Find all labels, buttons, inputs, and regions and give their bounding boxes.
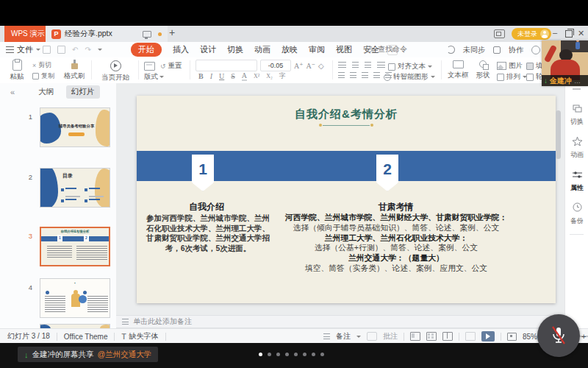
slide-thumbnail-2[interactable]: 目录 bbox=[40, 168, 110, 208]
arrange-button[interactable]: 排列 bbox=[497, 72, 527, 82]
format-painter-button[interactable]: 格式刷 bbox=[62, 60, 87, 81]
restore-button[interactable] bbox=[565, 30, 573, 38]
wps-app-button[interactable]: WPS 演示 bbox=[4, 26, 51, 42]
quick-access-toolbar: ↶ ↷ bbox=[43, 42, 102, 57]
sidebar-item-transition[interactable]: 切换 bbox=[565, 102, 588, 127]
document-tab[interactable]: P 经验分享.pptx bbox=[46, 26, 168, 42]
font-name-select[interactable] bbox=[196, 60, 257, 71]
slide-canvas[interactable]: 自我介绍&考情分析 1 2 自我介绍 参加河西学院、兰州城市学院、兰州石化职业技… bbox=[137, 96, 556, 303]
copy-icon bbox=[32, 73, 39, 79]
present-mode-icon[interactable] bbox=[494, 29, 505, 38]
justify-icon[interactable] bbox=[373, 72, 380, 78]
output-icon[interactable] bbox=[57, 46, 65, 54]
ellipsis: … bbox=[574, 77, 581, 85]
sidebar-item-animation[interactable]: 动画 bbox=[565, 135, 588, 160]
redo-icon[interactable]: ↷ bbox=[85, 46, 90, 54]
text-box-button[interactable]: 文本框 bbox=[447, 60, 469, 80]
tab-slideshow[interactable]: 放映 bbox=[282, 44, 298, 55]
save-icon[interactable] bbox=[43, 46, 51, 54]
pin-handle[interactable] bbox=[573, 88, 581, 90]
font-size-select[interactable]: -0.05 bbox=[260, 60, 291, 71]
command-search[interactable] bbox=[366, 44, 431, 54]
paste-button[interactable]: 粘贴 bbox=[7, 60, 26, 82]
strikethrough-button[interactable]: S bbox=[231, 72, 235, 80]
underline-button[interactable]: U bbox=[219, 72, 224, 80]
collapse-panel-button[interactable]: « bbox=[10, 88, 15, 96]
bullet-list-icon[interactable] bbox=[338, 62, 346, 68]
tab-animations[interactable]: 动画 bbox=[254, 44, 270, 55]
superscript-button[interactable]: X² bbox=[254, 73, 259, 79]
play-from-current-button[interactable]: 当页开始 bbox=[96, 60, 135, 82]
reset-row: ↺ 重置 bbox=[144, 61, 182, 71]
vertical-scrollbar[interactable] bbox=[556, 110, 561, 159]
clear-format-icon[interactable]: ◇ bbox=[318, 62, 324, 70]
sync-status[interactable]: 未同步 bbox=[463, 45, 485, 55]
font-color-button[interactable]: A bbox=[242, 71, 247, 81]
wps-file-icon: P bbox=[51, 29, 61, 39]
italic-button[interactable]: I bbox=[210, 72, 212, 80]
indent-icon[interactable] bbox=[365, 62, 371, 68]
notes-toggle[interactable]: 备注 bbox=[336, 331, 351, 342]
login-badge[interactable]: 未登录 bbox=[512, 28, 551, 40]
slide-thumbnail-4[interactable]: ▪ bbox=[40, 278, 110, 318]
share-banner-org[interactable]: @兰州交通大学 bbox=[98, 350, 152, 360]
reading-view-icon[interactable] bbox=[442, 332, 453, 341]
smart-graphic-icon bbox=[384, 74, 391, 81]
align-center-icon[interactable] bbox=[350, 72, 356, 78]
file-menu[interactable]: 文件 bbox=[6, 42, 40, 57]
dot bbox=[285, 353, 289, 356]
theme-name[interactable]: Office Theme bbox=[64, 333, 108, 341]
align-text-button[interactable]: 对齐文本 bbox=[388, 62, 432, 71]
close-button[interactable]: ✕ bbox=[578, 29, 584, 38]
decrease-font-icon[interactable]: A⁻ bbox=[306, 62, 316, 70]
presenter-camera-overlay[interactable]: ↓ 金建冲 … bbox=[542, 40, 588, 86]
layout-grid-icon[interactable] bbox=[144, 62, 155, 71]
slides-panel: « 大纲 幻灯片 1 辅导员备考经验分享 2 目录 3 自我介绍&考情分析 1 … bbox=[0, 83, 117, 328]
zoom-in-button[interactable]: + bbox=[581, 332, 586, 341]
notes-bar[interactable]: 单击此处添加备注 bbox=[116, 315, 564, 328]
shapes-button[interactable]: 形状 bbox=[473, 60, 492, 80]
minimize-button[interactable]: – bbox=[553, 28, 557, 37]
cut-button[interactable]: × 剪切 bbox=[32, 60, 51, 70]
slide-thumbnail-1[interactable]: 辅导员备考经验分享 bbox=[40, 107, 110, 147]
new-tab-button[interactable]: + bbox=[169, 26, 175, 38]
number-list-icon[interactable] bbox=[352, 62, 359, 68]
search-input[interactable] bbox=[376, 44, 431, 54]
layout-button[interactable]: 版式 bbox=[144, 72, 164, 82]
smart-graphic-button[interactable]: 转智能图形 bbox=[384, 72, 435, 82]
play-slideshow-button[interactable] bbox=[481, 331, 495, 342]
char-effect-button[interactable]: 字 bbox=[279, 71, 286, 81]
fit-to-window-icon[interactable] bbox=[507, 333, 517, 341]
subscript-button[interactable]: X₂ bbox=[266, 73, 273, 79]
file-menu-label: 文件 bbox=[17, 44, 33, 55]
copy-button[interactable]: 复制 bbox=[32, 71, 54, 81]
bold-button[interactable]: B bbox=[198, 72, 204, 80]
reset-button[interactable]: ↺ 重置 bbox=[160, 61, 182, 71]
tab-insert[interactable]: 插入 bbox=[173, 44, 189, 55]
normal-view-icon[interactable] bbox=[410, 332, 420, 341]
tab-view[interactable]: 视图 bbox=[336, 44, 352, 55]
mute-microphone-button[interactable] bbox=[537, 314, 580, 357]
sidebar-item-backup[interactable]: 备份 bbox=[565, 202, 588, 226]
align-left-icon[interactable] bbox=[338, 72, 345, 78]
picture-button[interactable]: 图片 bbox=[497, 61, 523, 71]
increase-font-icon[interactable]: A⁺ bbox=[294, 62, 304, 70]
line-spacing-icon[interactable] bbox=[377, 62, 385, 68]
feedback-icon[interactable] bbox=[531, 46, 540, 54]
comments-toggle[interactable]: 批注 bbox=[383, 331, 398, 342]
tab-review[interactable]: 审阅 bbox=[309, 44, 325, 55]
customize-toolbar-icon[interactable] bbox=[98, 49, 102, 53]
zoom-level[interactable]: 85% bbox=[523, 333, 537, 341]
slide-thumbnail-3-selected[interactable]: 自我介绍&考情分析 1 2 bbox=[40, 227, 110, 266]
missing-font-warning[interactable]: 缺失字体 bbox=[129, 331, 159, 342]
undo-icon[interactable]: ↶ bbox=[72, 46, 78, 54]
tab-home[interactable]: 开始 bbox=[131, 43, 162, 57]
tab-design[interactable]: 设计 bbox=[200, 44, 216, 55]
align-right-icon[interactable] bbox=[362, 72, 368, 78]
tab-slides[interactable]: 幻灯片 bbox=[66, 85, 100, 99]
sidebar-item-properties[interactable]: 属性 bbox=[565, 169, 588, 193]
tab-transitions[interactable]: 切换 bbox=[227, 44, 243, 55]
tab-outline[interactable]: 大纲 bbox=[38, 87, 54, 97]
slide-sorter-view-icon[interactable] bbox=[426, 332, 437, 341]
collaborate-button[interactable]: 协作 bbox=[509, 45, 523, 55]
